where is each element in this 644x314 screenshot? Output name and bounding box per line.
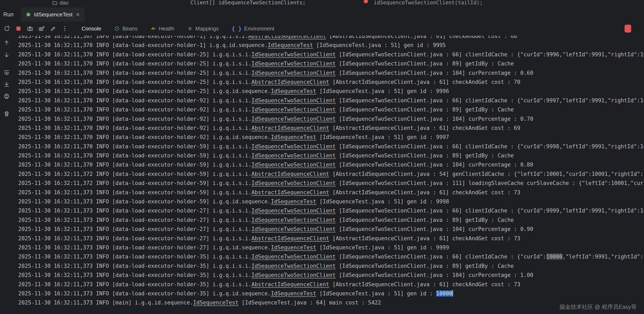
log-line: 2025-11-30 16:32:11,370 INFO [data-load-… [18, 96, 644, 105]
log-text: [IdSequenceTwoSectionClient.java : 89] g… [336, 263, 514, 269]
log-text: 2025-11-30 16:32:11,373 INFO [data-load-… [18, 207, 252, 214]
up-stack-trace-button[interactable] [2, 38, 12, 48]
class-link[interactable]: AbstractIdSequenceClient [252, 189, 329, 195]
log-text: 2025-11-30 16:32:11,370 INFO [data-load-… [18, 143, 252, 150]
log-text: [IdSequenceTest.java : 64] main cost : 5… [238, 299, 381, 306]
editor-strip: dao Client[] idSequenceTwoSectionClients… [0, 0, 644, 8]
more-options-button[interactable] [60, 24, 70, 33]
run-tab-idsequencetest[interactable]: IdSequenceTest × [21, 8, 85, 22]
rerun-button[interactable] [2, 24, 12, 33]
log-line: 2025-11-30 16:32:11,373 INFO [data-load-… [18, 188, 644, 197]
tab-console-label: Console [82, 26, 101, 32]
stop-button[interactable] [14, 24, 23, 33]
tab-environment[interactable]: { } Environment [232, 26, 274, 32]
snapshot-export-button[interactable] [37, 24, 46, 33]
log-line: 2025-11-30 16:32:11,370 INFO [data-load-… [18, 133, 644, 142]
log-text: 2025-11-30 16:32:11,373 INFO [data-load-… [18, 253, 252, 260]
spring-boot-run-icon [26, 12, 31, 17]
log-text: 2025-11-30 16:32:11,367 INFO [data-load-… [18, 36, 248, 39]
tab-health[interactable]: Health [150, 26, 174, 32]
class-link[interactable]: AbstractIdSequenceClient [252, 79, 329, 85]
tree-item-dao[interactable]: dao [52, 0, 68, 6]
log-text: 2025-11-30 16:32:11,370 INFO [data-load-… [18, 162, 252, 168]
log-text: [IdSequenceTest.java : 51] gen id : 9995 [313, 42, 446, 48]
class-link[interactable]: IdSequenceTwoSectionClient [252, 116, 336, 122]
class-link[interactable]: AbstractIdSequenceClient [252, 235, 329, 241]
tab-mappings-label: Mappings [195, 26, 219, 32]
class-link[interactable]: IdSequenceTwoSectionClient [252, 162, 336, 168]
camera-icon [26, 25, 34, 32]
class-link[interactable]: IdSequenceTest [271, 244, 316, 251]
class-link[interactable]: AbstractIdSequenceClient [252, 125, 329, 131]
log-text: 2025-11-30 16:32:11,370 INFO [data-load-… [18, 107, 252, 113]
class-link[interactable]: IdSequenceTwoSectionClient [252, 180, 336, 186]
console-log[interactable]: 2025-11-30 16:32:11,367 INFO [data-load-… [18, 36, 644, 307]
class-link[interactable]: IdSequenceTest [271, 88, 316, 94]
camera-export-icon [38, 25, 45, 32]
class-link[interactable]: IdSequenceTwoSectionClient [252, 152, 336, 159]
log-text: 2025-11-30 16:32:11,373 INFO [data-load-… [18, 281, 252, 287]
class-link[interactable]: IdSequenceTest [193, 299, 238, 306]
class-link[interactable]: IdSequenceTwoSectionClient [252, 207, 336, 214]
log-text: [IdSequenceTwoSectionClient.java : 89] g… [336, 152, 514, 159]
class-link[interactable]: IdSequenceTwoSectionClient [252, 226, 336, 232]
log-text: [AbstractIdSequenceClient.java : 61] che… [329, 79, 520, 85]
log-text: 2025-11-30 16:32:11,370 INFO [data-load-… [18, 79, 252, 85]
edit-configuration-button[interactable] [48, 24, 58, 33]
tree-item-label: dao [60, 0, 68, 6]
class-link[interactable]: IdSequenceTest [271, 198, 316, 205]
log-text: [IdSequenceTwoSectionClient.java : 104] … [336, 226, 533, 232]
class-link[interactable]: IdSequenceTwoSectionClient [252, 253, 336, 260]
close-icon[interactable]: × [75, 11, 80, 18]
class-link[interactable]: IdSequenceTwoSectionClient [252, 272, 336, 278]
scroll-to-end-button[interactable] [2, 80, 12, 89]
log-line: 2025-11-30 16:32:11,373 INFO [data-load-… [18, 289, 644, 298]
down-stack-trace-button[interactable] [2, 50, 12, 60]
log-text: 2025-11-30 16:32:11,373 INFO [data-load-… [18, 235, 252, 241]
class-link[interactable]: IdSequenceTest [268, 42, 313, 48]
pen-icon [50, 25, 57, 32]
view-tabs: Console Beans Health Mappings [82, 26, 274, 32]
log-text: 2025-11-30 16:32:11,373 INFO [data-load-… [18, 189, 252, 195]
log-text: 2025-11-30 16:32:11,373 INFO [data-load-… [18, 272, 252, 278]
class-link[interactable]: IdSequenceTwoSectionClient [252, 217, 336, 223]
trash-icon [3, 110, 10, 117]
class-link[interactable]: IdSequenceTwoSectionClient [252, 97, 336, 104]
tab-beans-label: Beans [122, 26, 138, 32]
mappings-icon [187, 26, 193, 32]
log-text: [AbstractIdSequenceClient.java : 61] che… [329, 235, 520, 241]
class-link[interactable]: AbstractIdSequenceClient [252, 171, 329, 177]
log-line: 2025-11-30 16:32:11,373 INFO [data-load-… [18, 280, 644, 289]
class-link[interactable]: IdSequenceTwoSectionClient [252, 70, 336, 76]
log-text: [IdSequenceTest.java : 51] gen id : [316, 290, 436, 296]
class-link[interactable]: IdSequenceTwoSectionClient [252, 51, 336, 58]
class-link[interactable]: IdSequenceTwoSectionClient [252, 263, 336, 269]
class-link[interactable]: IdSequenceTwoSectionClient [252, 107, 336, 113]
log-text: [IdSequenceTwoSectionClient.java : 66] c… [336, 143, 644, 150]
tab-mappings[interactable]: Mappings [187, 26, 219, 32]
log-text: [IdSequenceTest.java : 51] gen id : 9999 [316, 244, 449, 251]
soft-wrap-button[interactable] [2, 68, 12, 77]
log-line: 2025-11-30 16:32:11,370 INFO [data-load-… [18, 160, 644, 169]
class-link[interactable]: IdSequenceTwoSectionClient [252, 61, 336, 67]
class-link[interactable]: IdSequenceTwoSectionClient [252, 143, 336, 150]
environment-braces-icon: { } [232, 26, 242, 32]
snapshot-button[interactable] [25, 24, 35, 33]
class-link[interactable]: AbstractIdSequenceClient [252, 281, 329, 287]
clear-all-button[interactable] [2, 109, 12, 119]
log-text: 2025-11-30 16:32:11,373 INFO [data-load-… [18, 217, 252, 223]
log-text: [IdSequenceTest.java : 51] gen id : 9998 [316, 198, 449, 205]
log-line: 2025-11-30 16:32:11,373 INFO [data-load-… [18, 270, 644, 280]
tab-environment-label: Environment [244, 26, 274, 32]
log-text: 2025-11-30 16:32:11,370 INFO [data-load-… [18, 51, 252, 58]
tab-console[interactable]: Console [82, 26, 101, 32]
tab-beans[interactable]: Beans [114, 26, 138, 32]
stop-process-marker[interactable] [624, 25, 631, 33]
class-link[interactable]: IdSequenceTest [271, 290, 316, 296]
class-link[interactable]: IdSequenceTest [271, 134, 316, 140]
log-text: [IdSequenceTwoSectionClient.java : 104] … [336, 162, 533, 168]
print-button[interactable] [2, 92, 12, 101]
log-line: 2025-11-30 16:32:11,373 INFO [data-load-… [18, 215, 644, 224]
log-text: 2025-11-30 16:32:11,372 INFO [data-load-… [18, 180, 252, 186]
class-link[interactable]: AbstractIdSequenceClient [248, 36, 326, 39]
